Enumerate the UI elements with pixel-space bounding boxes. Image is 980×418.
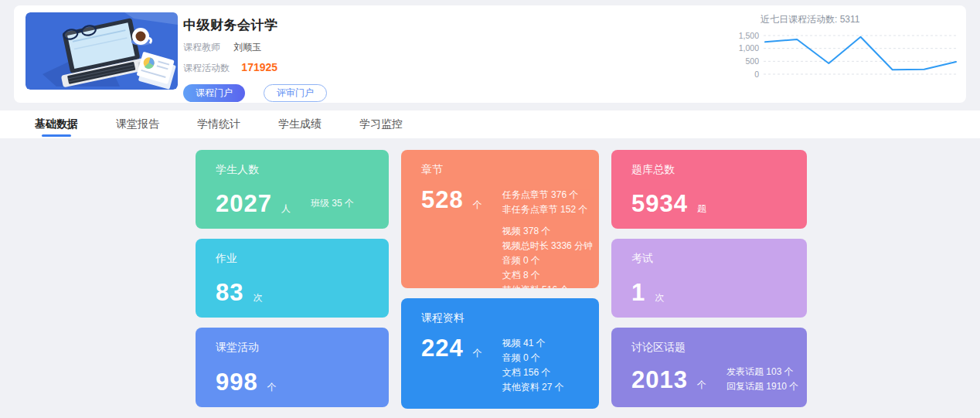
stat-card: 考试1次 [611,239,807,318]
card-column-left: 学生人数2027人班级 35 个作业83次课堂活动998个 [196,150,389,409]
stat-card-unit: 题 [697,202,706,216]
stat-card-details: 视频 41 个音频 0 个文档 156 个其他资料 27 个 [502,336,564,395]
weekly-activity-chart: 近七日课程活动数: 5311 1,5001,0005000 [728,13,961,80]
stat-detail-line: 班级 35 个 [311,196,354,211]
stat-card-value: 5934 [631,192,688,216]
card-column-middle: 章节528个任务点章节 376 个非任务点章节 152 个视频 378 个视频总… [401,150,599,409]
course-thumbnail [26,12,178,90]
stat-card-unit: 人 [281,202,291,216]
tab-4[interactable]: 学生成绩 [278,110,322,138]
stat-card-value: 528 [421,188,464,212]
activity-count-label: 课程活动数 [183,63,230,73]
stat-card-unit: 次 [655,291,664,304]
chart-title: 近七日课程活动数: 5311 [761,13,961,26]
stat-card-unit: 次 [253,291,262,304]
stat-detail-line: 音频 0 个 [502,253,593,268]
stat-detail-line: 文档 156 个 [502,365,564,380]
stat-card-value: 83 [216,280,243,304]
tab-1[interactable]: 基础数据 [35,110,78,138]
stat-detail-line: 非任务点章节 152 个 [502,202,593,217]
tab-bar: 基础数据课堂报告学情统计学生成绩学习监控 [0,110,980,138]
stat-card-value: 998 [216,370,258,394]
chart-line-series [765,37,956,70]
teacher-label: 课程教师 [183,42,220,53]
stat-card-title: 作业 [216,252,369,266]
stat-detail-line: 视频总时长 3336 分钟 [502,239,593,253]
stat-detail-line: 视频 41 个 [502,336,564,351]
stat-card-title: 学生人数 [216,163,369,177]
tab-2[interactable]: 课堂报告 [116,110,159,138]
stat-card-title: 考试 [631,252,787,266]
stat-detail-line: 发表话题 103 个 [726,365,798,379]
tab-label: 学习监控 [359,117,403,131]
stat-card-details: 发表话题 103 个回复话题 1910 个 [726,365,798,394]
chart-ytick-label: 500 [745,56,759,66]
stat-card: 学生人数2027人班级 35 个 [196,150,389,229]
card-column-right: 题库总数5934题考试1次讨论区话题2013个发表话题 103 个回复话题 19… [611,150,807,409]
review-portal-button[interactable]: 评审门户 [264,84,327,102]
stat-detail-line: 其他资料 27 个 [502,380,564,395]
stat-card-unit: 个 [473,347,482,360]
stat-detail-line: 文档 8 个 [502,268,593,283]
teacher-name: 刘顺玉 [233,42,261,53]
stat-card-unit: 个 [473,199,482,212]
stat-detail-line: 视频 378 个 [502,224,593,239]
stat-card-details: 任务点章节 376 个非任务点章节 152 个视频 378 个视频总时长 333… [502,188,593,288]
stat-card-value: 224 [421,336,464,360]
stats-card-grid: 学生人数2027人班级 35 个作业83次课堂活动998个 章节528个任务点章… [196,150,807,409]
stat-detail-line: 其他资料 516 个 [502,283,593,288]
stat-card-title: 讨论区话题 [631,341,787,355]
stat-card-title: 课堂活动 [216,341,369,355]
activity-count-value: 171925 [241,61,277,73]
stat-card: 课堂活动998个 [196,328,389,407]
course-header-card: 中级财务会计学 课程教师 刘顺玉 课程活动数 171925 课程门户 评审门户 … [14,5,966,103]
stat-card: 课程资料224个视频 41 个音频 0 个文档 156 个其他资料 27 个 [401,298,599,409]
activity-chart-svg: 1,5001,0005000 [728,29,961,80]
stat-card-value: 2027 [216,192,272,216]
stat-card-title: 章节 [421,163,579,177]
tab-5[interactable]: 学习监控 [359,110,403,138]
stat-card-value: 1 [631,280,645,304]
stat-card-title: 题库总数 [631,163,787,177]
course-thumbnail-illustration [26,12,178,90]
stat-card: 作业83次 [196,239,389,318]
tab-label: 学情统计 [197,117,240,131]
stat-card: 讨论区话题2013个发表话题 103 个回复话题 1910 个 [611,328,807,407]
stat-card-details: 班级 35 个 [311,196,354,211]
stat-detail-line: 音频 0 个 [502,351,564,365]
stat-detail-line: 任务点章节 376 个 [502,188,593,202]
stat-card: 题库总数5934题 [611,150,807,229]
stat-detail-line: 回复话题 1910 个 [726,379,798,394]
tab-label: 学生成绩 [278,117,322,131]
chart-ytick-label: 1,500 [739,31,759,40]
chart-ytick-label: 0 [754,70,759,79]
tab-label: 基础数据 [35,117,78,131]
tab-label: 课堂报告 [116,117,159,131]
stat-card: 章节528个任务点章节 376 个非任务点章节 152 个视频 378 个视频总… [401,150,599,288]
stat-card-title: 课程资料 [421,311,579,325]
stat-card-unit: 个 [697,379,706,392]
course-title: 中级财务会计学 [183,16,327,34]
chart-ytick-label: 1,000 [739,43,759,53]
stat-card-value: 2013 [631,368,688,392]
active-tab-underline [42,134,71,137]
stat-card-unit: 个 [267,381,277,394]
course-portal-button[interactable]: 课程门户 [183,84,245,102]
tab-3[interactable]: 学情统计 [197,110,240,138]
